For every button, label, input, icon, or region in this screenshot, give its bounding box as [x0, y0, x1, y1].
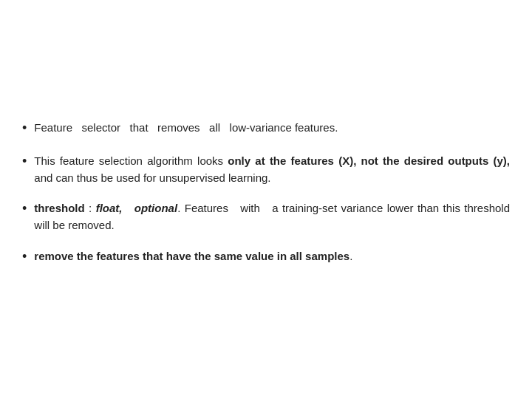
bullet-list: • Feature selector that removes all low-…: [22, 119, 510, 267]
list-item: • remove the features that have the same…: [22, 248, 510, 267]
bullet-symbol: •: [22, 118, 27, 139]
bold-text: only at the features (X), not the desire…: [228, 154, 510, 167]
bullet-symbol: •: [22, 199, 27, 219]
list-item: • threshold : float, optional. Features …: [22, 200, 510, 234]
bold-text: threshold: [34, 202, 84, 214]
bold-italic-text: float, optional: [96, 202, 177, 214]
main-content: • Feature selector that removes all low-…: [15, 104, 517, 296]
list-item: • Feature selector that removes all low-…: [22, 119, 510, 139]
bold-text: remove the features that have the same v…: [34, 250, 349, 262]
list-item: • This feature selection algorithm looks…: [22, 152, 510, 187]
bullet-symbol: •: [22, 151, 27, 172]
bullet-text: remove the features that have the same v…: [34, 248, 510, 265]
bullet-text: This feature selection algorithm looks o…: [34, 152, 510, 187]
bullet-text: Feature selector that removes all low-va…: [34, 119, 510, 136]
bullet-symbol: •: [22, 247, 27, 267]
bullet-text: threshold : float, optional. Features wi…: [34, 200, 510, 234]
